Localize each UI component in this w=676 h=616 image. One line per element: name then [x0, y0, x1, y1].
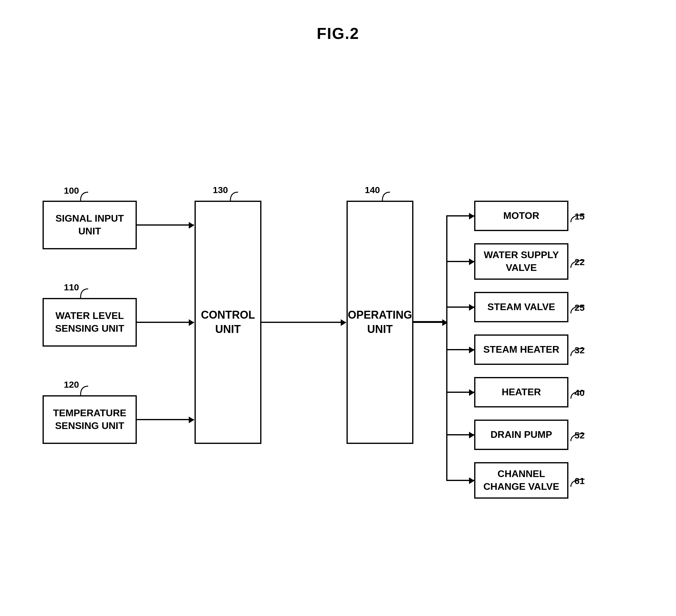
motor-box: MOTOR [474, 201, 568, 231]
arrow-to-water-supply [446, 261, 474, 262]
arrow-water-level-to-control [137, 322, 194, 323]
ref-61-tick [569, 476, 586, 488]
vertical-bus [446, 216, 447, 481]
channel-change-valve-box: CHANNEL CHANGE VALVE [474, 462, 568, 499]
ref-130-tick [221, 189, 239, 201]
drain-pump-box: DRAIN PUMP [474, 419, 568, 450]
temperature-sensing-unit-box: TEMPERATURE SENSING UNIT [43, 395, 137, 444]
ref-120-tick [71, 383, 90, 396]
ref-25-tick [569, 303, 586, 315]
steam-heater-box: STEAM HEATER [474, 334, 568, 365]
arrow-to-drain-pump [446, 434, 474, 435]
ref-100-tick [71, 189, 90, 201]
arrow-to-steam-valve [446, 306, 474, 308]
steam-valve-box: STEAM VALVE [474, 292, 568, 322]
heater-box: HEATER [474, 377, 568, 407]
arrow-operating-to-bus [413, 322, 447, 323]
arrow-control-to-operating [262, 322, 346, 323]
arrow-to-motor [446, 215, 474, 217]
arrow-to-channel-change [446, 480, 474, 481]
ref-22-tick [569, 257, 586, 269]
arrow-signal-to-control [137, 224, 194, 226]
ref-40-tick [569, 388, 586, 400]
ref-15-tick [569, 212, 586, 224]
ref-52-tick [569, 431, 586, 443]
arrow-to-steam-heater [446, 349, 474, 350]
ref-110-tick [71, 286, 90, 298]
water-level-sensing-unit-box: WATER LEVEL SENSING UNIT [43, 298, 137, 347]
ref-32-tick [569, 345, 586, 357]
operating-unit-box: OPERATING UNIT [346, 201, 413, 444]
arrow-to-heater [446, 392, 474, 393]
water-supply-valve-box: WATER SUPPLY VALVE [474, 243, 568, 280]
fig-title: FIG.2 [0, 0, 676, 43]
arrow-temp-to-control [137, 419, 194, 420]
control-unit-box: CONTROL UNIT [194, 201, 262, 444]
ref-140-tick [373, 189, 392, 201]
signal-input-unit-box: SIGNAL INPUT UNIT [43, 201, 137, 249]
